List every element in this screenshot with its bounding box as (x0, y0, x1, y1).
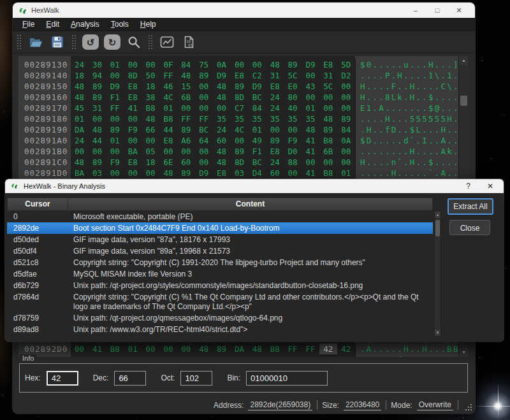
minimize-button[interactable]: – (405, 6, 426, 14)
hex-byte[interactable]: 49 (249, 135, 266, 146)
hex-byte[interactable]: 41 (302, 168, 319, 178)
hex-byte[interactable]: 40 (284, 103, 302, 113)
hex-byte[interactable]: E8 (266, 81, 284, 92)
hex-byte[interactable]: 30 (89, 59, 106, 70)
menu-edit[interactable]: Edit (40, 18, 65, 30)
hex-byte[interactable]: 00 (337, 146, 355, 157)
hex-byte[interactable]: 01 (337, 168, 355, 178)
hex-byte[interactable]: E8 (319, 59, 337, 70)
hex-byte[interactable]: 00 (266, 124, 284, 135)
hex-byte[interactable]: 0F (159, 59, 177, 70)
hex-byte[interactable]: 00 (231, 135, 249, 146)
hex-byte[interactable]: 48 (142, 113, 160, 124)
hex-row[interactable]: 00289170 4531FF41B801000000C784244001000… (18, 103, 468, 113)
hex-byte[interactable]: 94 (89, 70, 106, 81)
hex-byte[interactable]: D9 (106, 81, 124, 92)
hex-byte[interactable]: 48 (71, 92, 89, 103)
hex-byte[interactable]: 41 (302, 146, 319, 157)
hex-byte[interactable]: 00 (319, 92, 337, 103)
hex-byte[interactable]: 01 (159, 103, 177, 113)
dialog-help-button[interactable]: ? (466, 182, 470, 191)
hex-byte[interactable]: BC (249, 92, 266, 103)
menu-help[interactable]: Help (135, 18, 162, 30)
hex-byte[interactable]: D0 (284, 146, 302, 157)
analysis-table-row[interactable]: d6b729 Unix path: /qt-project.org/styles… (7, 280, 433, 291)
binary-converter-button[interactable]: 1001 (180, 33, 198, 51)
analysis-table-row[interactable]: d78759 Unix path: /qt-project.org/qmessa… (7, 312, 433, 324)
undo-button[interactable]: ↺ (82, 33, 99, 51)
hex-byte[interactable]: E8 (124, 81, 142, 92)
hex-byte[interactable]: 64 (195, 135, 213, 146)
hex-row[interactable]: 002891D0 BA030000004889D9E803D4600041B80… (18, 168, 468, 178)
hex-row[interactable]: 00289160 4889F1E8384C6B00488DBC248000000… (18, 92, 468, 103)
dialog-title-bar[interactable]: HexWalk - Binary Analysis ? ✕ (5, 179, 504, 193)
hex-byte[interactable]: 00 (142, 168, 160, 178)
hex-byte[interactable]: 00 (89, 146, 106, 157)
hex-byte[interactable]: B8 (159, 113, 177, 124)
hex-byte[interactable]: BC (195, 124, 213, 135)
hex-byte[interactable]: E8 (159, 135, 177, 146)
ascii-text[interactable]: $0.....u...H...] (355, 59, 458, 70)
hex-byte[interactable]: 00 (124, 113, 142, 124)
hex-byte[interactable]: 35 (302, 113, 319, 124)
hex-byte[interactable]: 00 (106, 168, 124, 178)
hex-byte[interactable]: FF (159, 70, 177, 81)
hex-byte[interactable]: E8 (124, 92, 142, 103)
hex-byte[interactable]: 6B (177, 92, 195, 103)
hex-byte[interactable]: 41 (124, 103, 142, 113)
hex-byte[interactable]: E8 (231, 70, 249, 81)
hex-byte[interactable]: 00 (124, 59, 142, 70)
hex-byte[interactable]: 24 (71, 59, 89, 70)
hex-byte[interactable]: 48 (319, 113, 337, 124)
hex-byte[interactable]: 00 (302, 70, 319, 81)
hex-byte[interactable]: D9 (249, 81, 266, 92)
hex-byte[interactable]: 00 (195, 92, 213, 103)
content-column-header[interactable]: Content (68, 198, 432, 210)
hex-byte[interactable]: 15 (177, 81, 195, 92)
hex-byte[interactable]: 35 (231, 113, 249, 124)
hex-byte[interactable]: 50 (142, 70, 160, 81)
hex-byte[interactable]: C7 (231, 103, 249, 113)
extract-all-button[interactable]: Extract All (448, 198, 493, 215)
ascii-text[interactable]: ....H...555555H. (355, 113, 458, 124)
hex-byte[interactable]: 48 (213, 146, 231, 157)
hex-byte[interactable]: 5C (319, 81, 337, 92)
hex-byte[interactable]: 38 (142, 92, 160, 103)
hex-byte[interactable]: 03 (231, 168, 249, 178)
analysis-table-row[interactable]: 0 Microsoft executable, portable (PE) (7, 211, 433, 222)
hex-byte[interactable]: 24 (266, 92, 284, 103)
table-scrollbar-thumb[interactable] (435, 220, 440, 236)
hex-byte[interactable]: 18 (71, 70, 89, 81)
table-scrollbar[interactable]: ▲ ▼ (434, 211, 441, 337)
hex-byte[interactable]: 66 (142, 124, 160, 135)
hex-byte[interactable]: 00 (177, 103, 195, 113)
hex-byte[interactable]: 01 (249, 124, 266, 135)
hex-byte[interactable]: 5C (284, 70, 302, 81)
hex-byte[interactable]: 48 (159, 168, 177, 178)
hex-byte[interactable]: 18 (142, 157, 160, 168)
hex-byte[interactable]: BA (124, 146, 142, 157)
hex-byte[interactable]: D4 (249, 168, 266, 178)
hex-byte[interactable]: 48 (266, 59, 284, 70)
hex-row[interactable]: 002891B0 000000BA050000004889F1E8D0416B0… (18, 146, 468, 157)
hex-byte[interactable]: 89 (231, 146, 249, 157)
hex-byte[interactable]: 84 (337, 124, 355, 135)
scroll-up-icon[interactable]: ▲ (435, 212, 441, 218)
hex-byte[interactable]: 00 (337, 157, 355, 168)
hex-byte[interactable]: 8D (231, 92, 249, 103)
hex-byte[interactable]: 48 (213, 157, 231, 168)
hex-byte[interactable]: F1 (249, 146, 266, 157)
hex-byte[interactable]: E8 (124, 157, 142, 168)
hex-byte[interactable]: 00 (319, 103, 337, 113)
ascii-text[interactable]: $D.....d`.I..A.. (355, 135, 458, 146)
hex-byte[interactable]: 00 (195, 146, 213, 157)
hex-byte[interactable]: 89 (89, 92, 106, 103)
hex-row[interactable]: 00289150 4889D9E8184615004889D9E8E0435C0… (18, 81, 468, 92)
hex-byte[interactable]: 31 (89, 103, 106, 113)
hex-byte[interactable]: 46 (159, 81, 177, 92)
ascii-text[interactable]: H...8Lk.H..$.... (355, 92, 458, 103)
hex-byte[interactable]: 0A (337, 135, 355, 146)
hex-byte[interactable]: 84 (249, 103, 266, 113)
hex-byte[interactable]: 24 (266, 157, 284, 168)
hex-byte[interactable]: FF (106, 103, 124, 113)
